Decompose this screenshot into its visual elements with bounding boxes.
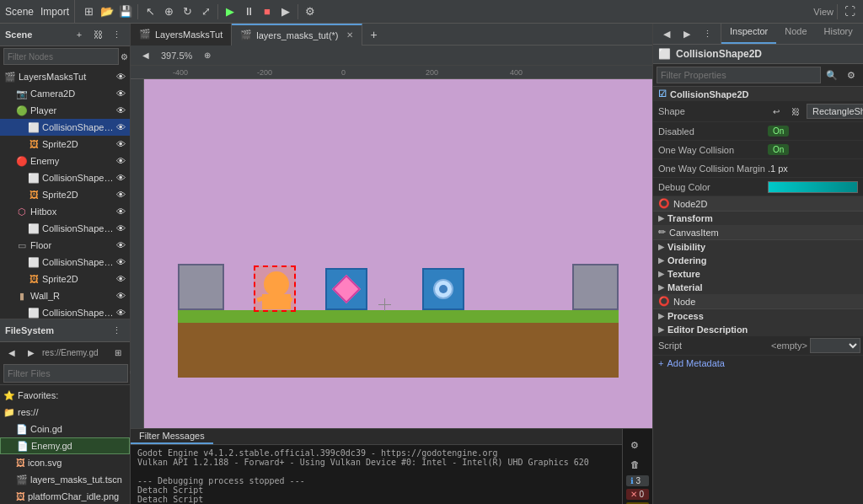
- rotate-tool-button[interactable]: ↻: [179, 3, 196, 20]
- eye-icon[interactable]: 👁: [115, 71, 126, 83]
- script-dropdown[interactable]: [810, 338, 860, 353]
- filesystem-filter-input[interactable]: [3, 364, 128, 383]
- new-scene-button[interactable]: ⊞: [80, 3, 97, 20]
- fs-coin-gd[interactable]: 📄 Coin.gd: [0, 421, 130, 437]
- fs-char-idle[interactable]: 🖼 platformChar_idle.png: [0, 488, 130, 504]
- node-header[interactable]: ⭕ Node: [653, 294, 863, 309]
- inspector-tab-inspector[interactable]: Inspector: [721, 24, 776, 44]
- console-clear-button[interactable]: 🗑: [626, 456, 643, 473]
- eye-icon[interactable]: 👁: [115, 88, 126, 99]
- eye-icon[interactable]: 👁: [115, 290, 126, 302]
- eye-icon[interactable]: 👁: [115, 155, 126, 167]
- fs-forward-button[interactable]: ▶: [23, 344, 40, 361]
- section-visibility[interactable]: ▶ Visibility: [653, 240, 863, 254]
- fs-icon-svg[interactable]: 🖼 icon.svg: [0, 454, 130, 471]
- add-metadata-button[interactable]: + Add Metadata: [653, 356, 863, 371]
- section-texture[interactable]: ▶ Texture: [653, 267, 863, 281]
- console-tab-filter[interactable]: Filter Messages: [131, 429, 213, 444]
- tree-item-floor[interactable]: ▭ Floor 👁: [0, 237, 130, 254]
- tree-item-collision-enemy[interactable]: ⬜ CollisionShape2D 👁: [0, 169, 130, 186]
- tree-item-enemy[interactable]: 🔴 Enemy 👁: [0, 153, 130, 169]
- shape-link-button[interactable]: ⛓: [787, 103, 804, 120]
- select-tool-button[interactable]: ⊕: [160, 3, 177, 20]
- add-node-button[interactable]: +: [71, 26, 88, 43]
- node2d-header[interactable]: ⭕ Node2D: [653, 196, 863, 212]
- section-collision[interactable]: ☑ CollisionShape2D: [653, 87, 863, 101]
- fs-enemy-gd[interactable]: 📄 Enemy.gd: [0, 437, 130, 454]
- eye-icon[interactable]: 👁: [115, 206, 126, 217]
- move-tool-button[interactable]: ↖: [142, 3, 158, 20]
- fs-back-button[interactable]: ◀: [3, 344, 20, 361]
- fs-layers-tscn[interactable]: 🎬 layers_masks_tut.tscn: [0, 471, 130, 488]
- open-scene-button[interactable]: 📂: [99, 3, 115, 20]
- eye-icon[interactable]: 👁: [115, 223, 126, 234]
- scene-menu-label[interactable]: Scene: [5, 6, 34, 18]
- one-way-on-badge[interactable]: On: [768, 144, 789, 155]
- view-label[interactable]: View: [813, 7, 834, 17]
- fullscreen-button[interactable]: ⛶: [841, 3, 858, 20]
- section-material[interactable]: ▶ Material: [653, 281, 863, 294]
- instantiate-button[interactable]: ⛓: [89, 26, 106, 43]
- viewport-zoom-button[interactable]: ⊕: [199, 47, 216, 64]
- tab-layersmaskstut[interactable]: 🎬 LayersMasksTut: [131, 24, 232, 46]
- play-button[interactable]: ▶: [222, 3, 239, 20]
- inspector-tab-history[interactable]: History: [816, 24, 861, 44]
- section-process[interactable]: ▶ Process: [653, 309, 863, 323]
- viewport-back-button[interactable]: ◀: [137, 47, 154, 64]
- section-transform[interactable]: ▶ Transform: [653, 212, 863, 225]
- inspector-options-button[interactable]: ⋮: [699, 25, 716, 42]
- shape-reset-button[interactable]: ↩: [768, 103, 785, 120]
- shape-dropdown[interactable]: RectangleShape2D: [807, 104, 863, 119]
- eye-icon[interactable]: 👁: [115, 105, 126, 116]
- section-ordering[interactable]: ▶ Ordering: [653, 254, 863, 267]
- tree-item-wall-r[interactable]: ▮ Wall_R 👁: [0, 287, 130, 304]
- tab-close-button[interactable]: ✕: [346, 30, 353, 40]
- canvas-item-header[interactable]: ✏ CanvasItem: [653, 225, 863, 240]
- tree-item-player[interactable]: 🟢 Player 👁: [0, 102, 130, 119]
- tree-item-hitbox[interactable]: ⬡ Hitbox 👁: [0, 203, 130, 220]
- inspector-options-btn[interactable]: ⚙: [843, 67, 860, 83]
- eye-icon[interactable]: 👁: [115, 138, 126, 150]
- eye-icon[interactable]: 👁: [115, 172, 126, 184]
- section-editor-desc[interactable]: ▶ Editor Description: [653, 323, 863, 336]
- fs-favorites[interactable]: ⭐ Favorites:: [0, 387, 130, 404]
- tree-item-sprite-player[interactable]: 🖼 Sprite2D 👁: [0, 136, 130, 153]
- viewport-canvas[interactable]: -400 -200 0 200 400: [131, 66, 652, 428]
- tree-item-collision-player[interactable]: ⬜ CollisionShape2D 👁: [0, 119, 130, 136]
- inspector-back-button[interactable]: ◀: [658, 25, 675, 42]
- fs-res-root[interactable]: 📁 res://: [0, 404, 130, 421]
- color-swatch[interactable]: [768, 181, 858, 193]
- eye-icon[interactable]: 👁: [115, 239, 126, 251]
- scene-menu[interactable]: Scene Import: [0, 0, 75, 23]
- pause-button[interactable]: ⏸: [240, 3, 257, 20]
- settings-button[interactable]: ⚙: [302, 3, 319, 20]
- inspector-forward-button[interactable]: ▶: [678, 25, 695, 42]
- import-menu-label[interactable]: Import: [40, 6, 69, 18]
- stop-button[interactable]: ■: [259, 3, 276, 20]
- inspector-tab-node[interactable]: Node: [776, 24, 815, 44]
- tree-item-camera2d[interactable]: 📷 Camera2D 👁: [0, 85, 130, 102]
- eye-icon[interactable]: 👁: [115, 189, 126, 201]
- eye-icon[interactable]: 👁: [115, 256, 126, 268]
- tree-item-sprite-floor[interactable]: 🖼 Sprite2D 👁: [0, 271, 130, 287]
- scene-filter-input[interactable]: [3, 48, 119, 65]
- tab-layersmaskstut-active[interactable]: 🎬 layers_masks_tut(*) ✕: [232, 24, 362, 46]
- save-scene-button[interactable]: 💾: [117, 3, 134, 20]
- tree-item-layersmaskstut[interactable]: 🎬 LayersMasksTut 👁: [0, 68, 130, 85]
- disabled-on-badge[interactable]: On: [768, 126, 789, 137]
- fs-icon-view-button[interactable]: ⊞: [110, 344, 126, 361]
- filesystem-options-button[interactable]: ⋮: [108, 322, 125, 339]
- filter-node-button[interactable]: ⚙: [121, 48, 128, 65]
- eye-icon[interactable]: 👁: [115, 273, 126, 285]
- tree-item-sprite-enemy[interactable]: 🖼 Sprite2D 👁: [0, 186, 130, 203]
- eye-icon[interactable]: 👁: [115, 121, 126, 133]
- scene-options-button[interactable]: ⋮: [108, 26, 125, 43]
- add-tab-button[interactable]: +: [366, 26, 383, 43]
- eye-icon[interactable]: 👁: [115, 307, 126, 319]
- tree-item-collision-floor[interactable]: ⬜ CollisionShape2D 👁: [0, 254, 130, 271]
- tree-item-collision-hitbox[interactable]: ⬜ CollisionShape2D 👁: [0, 220, 130, 237]
- play-scene-button[interactable]: ▶: [277, 3, 294, 20]
- scale-tool-button[interactable]: ⤢: [197, 3, 214, 20]
- inspector-filter-input[interactable]: [657, 67, 821, 83]
- console-settings-button[interactable]: ⚙: [626, 437, 643, 453]
